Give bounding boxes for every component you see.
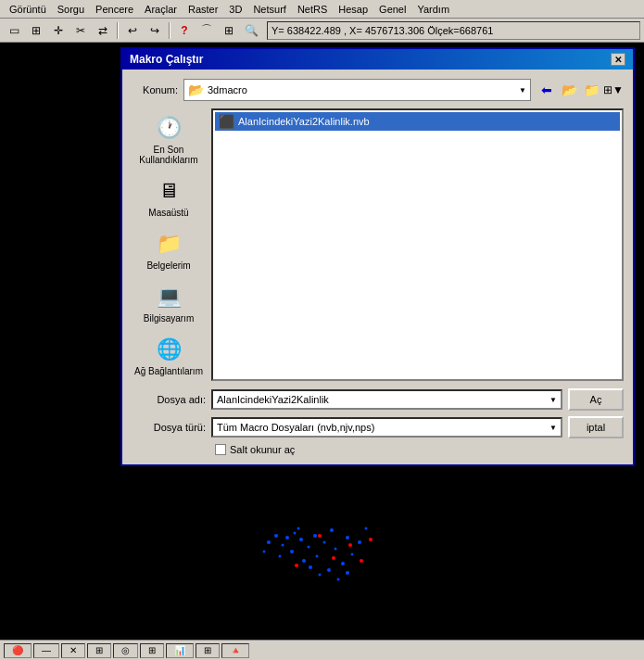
toolbar-btn-3[interactable]: ✛ [48,20,69,41]
svg-point-14 [346,536,349,539]
status-item-1: 🔴 [4,643,32,658]
toolbar-btn-4[interactable]: ✂ [70,20,91,41]
dosya-adi-label: Dosya adı: [132,394,206,405]
toolbar-btn-help[interactable]: ? [174,20,195,41]
dialog-close-button[interactable]: ✕ [611,53,625,66]
recent-icon: 🕐 [154,113,183,143]
menu-genel[interactable]: Genel [373,2,411,17]
file-list[interactable]: ⬛ AlanIcindekiYazi2Kalinlik.nvb [211,108,624,381]
status-item-6: ⊞ [140,643,164,658]
menu-goruntu[interactable]: Görüntü [4,2,52,17]
svg-point-12 [302,559,306,563]
sidebar-item-computer[interactable]: 💻 Bilgisayarım [132,277,206,328]
svg-point-6 [274,534,278,538]
svg-point-13 [335,548,337,551]
svg-point-17 [365,527,368,530]
location-dropdown-arrow[interactable]: ▼ [519,86,526,95]
svg-point-20 [267,540,271,544]
svg-point-9 [323,541,326,544]
sidebar-item-recent[interactable]: 🕐 En SonKullandıklarım [132,108,206,170]
back-button[interactable]: ⬅ [537,80,557,100]
dosya-turu-label: Dosya türü: [132,422,206,433]
sidebar: 🕐 En SonKullandıklarım 🖥 Masaüstü 📁 Belg… [132,108,206,381]
menu-sorgu[interactable]: Sorgu [52,2,90,17]
menu-pencere[interactable]: Pencere [90,2,139,17]
file-item-name: AlanIcindekiYazi2Kalinlik.nvb [238,116,370,127]
menu-yardim[interactable]: Yardım [411,2,455,17]
svg-point-3 [282,544,284,547]
svg-point-5 [297,527,300,530]
network-icon: 🌐 [154,335,183,364]
sidebar-item-computer-label: Bilgisayarım [144,313,194,324]
svg-point-10 [330,528,334,532]
new-folder-button[interactable]: 📁 [581,80,601,100]
toolbar-btn-search[interactable]: 🔍 [241,20,261,41]
sidebar-item-desktop[interactable]: 🖥 Masaüstü [132,171,206,222]
svg-point-29 [348,543,352,547]
svg-point-26 [346,571,349,575]
svg-point-18 [341,562,345,565]
toolbar-btn-2[interactable]: ⊞ [26,20,46,41]
svg-point-8 [313,534,317,538]
desktop-icon: 🖥 [154,176,183,206]
salt-okunur-label: Salt okunur aç [230,444,295,455]
documents-icon: 📁 [154,229,183,259]
toolbar-btn-grid[interactable]: ⊞ [219,20,239,41]
menu-hesap[interactable]: Hesap [333,2,373,17]
location-value: 3dmacro [208,84,247,95]
svg-point-31 [295,564,298,567]
svg-point-32 [360,559,363,563]
iptal-button[interactable]: iptal [568,416,624,438]
svg-point-21 [263,551,266,553]
salt-okunur-checkbox[interactable] [215,444,226,455]
menu-3d[interactable]: 3D [223,2,247,17]
coords-text: Y= 638422.489 , X= 4576713.306 Ölçek=668… [271,25,493,36]
file-item-1[interactable]: ⬛ AlanIcindekiYazi2Kalinlik.nvb [215,112,620,131]
status-item-9: 🔺 [221,643,249,658]
svg-point-11 [316,555,319,558]
dosya-turu-value: Tüm Macro Dosyaları (nvb,njv,nps) [217,422,374,433]
dosya-turu-input[interactable]: Tüm Macro Dosyaları (nvb,njv,nps) ▼ [211,417,562,438]
menu-bar: Görüntü Sorgu Pencere Araçlar Raster 3D … [0,0,644,19]
svg-point-16 [358,540,361,544]
main-area: Makro Çalıştır ✕ Konum: 📂 3dmacro ▼ ⬅ 📂 [0,43,644,660]
salt-okunur-row: Salt okunur aç [215,444,624,455]
dialog-titlebar: Makro Çalıştır ✕ [122,49,633,70]
menu-netsurf[interactable]: Netsurf [247,2,291,17]
svg-point-19 [279,555,282,558]
content-area: 🕐 En SonKullandıklarım 🖥 Masaüstü 📁 Belg… [132,108,624,381]
up-folder-button[interactable]: 📂 [559,80,579,100]
location-combo[interactable]: 📂 3dmacro ▼ [183,79,531,101]
sidebar-item-network[interactable]: 🌐 Ağ Bağlantılarım [132,330,206,381]
dosya-turu-arrow[interactable]: ▼ [549,424,557,432]
dosya-adi-input[interactable]: AlanIcindekiYazi2Kalinlik ▼ [211,389,562,410]
dosya-adi-row: Dosya adı: AlanIcindekiYazi2Kalinlik ▼ A… [132,388,624,411]
toolbar-btn-redo[interactable]: ↪ [145,20,165,41]
menu-netrs[interactable]: NetRS [292,2,333,17]
menu-araclar[interactable]: Araçlar [139,2,183,17]
status-item-2: — [33,643,59,658]
toolbar-btn-draw[interactable]: ⌒ [196,20,217,41]
coords-display: Y= 638422.489 , X= 4576713.306 Ölçek=668… [267,21,640,40]
toolbar-btn-undo[interactable]: ↩ [122,20,143,41]
sidebar-item-documents[interactable]: 📁 Belgelerim [132,224,206,275]
toolbar: ▭ ⊞ ✛ ✂ ⇄ ↩ ↪ ? ⌒ ⊞ 🔍 Y= 638422.489 , X=… [0,19,644,43]
separator-1 [117,22,119,39]
status-bar: 🔴 — ✕ ⊞ ◎ ⊞ 📊 ⊞ 🔺 [0,640,644,660]
svg-point-30 [369,538,373,541]
menu-raster[interactable]: Raster [183,2,223,17]
svg-point-25 [337,578,340,581]
makro-calistir-dialog: Makro Çalıştır ✕ Konum: 📂 3dmacro ▼ ⬅ 📂 [120,47,635,466]
views-button[interactable]: ⊞▼ [603,80,624,100]
toolbar-btn-5[interactable]: ⇄ [93,20,113,41]
svg-point-4 [290,550,294,553]
sidebar-item-documents-label: Belgelerim [146,260,190,271]
toolbar-btn-1[interactable]: ▭ [4,20,24,41]
sidebar-item-network-label: Ağ Bağlantılarım [134,366,203,376]
status-item-8: ⊞ [196,643,220,658]
ac-button[interactable]: Aç [568,388,624,411]
sidebar-item-recent-label: En SonKullandıklarım [139,145,197,165]
dosya-adi-arrow[interactable]: ▼ [549,396,557,404]
svg-point-28 [332,556,335,560]
file-icon: ⬛ [219,114,234,129]
